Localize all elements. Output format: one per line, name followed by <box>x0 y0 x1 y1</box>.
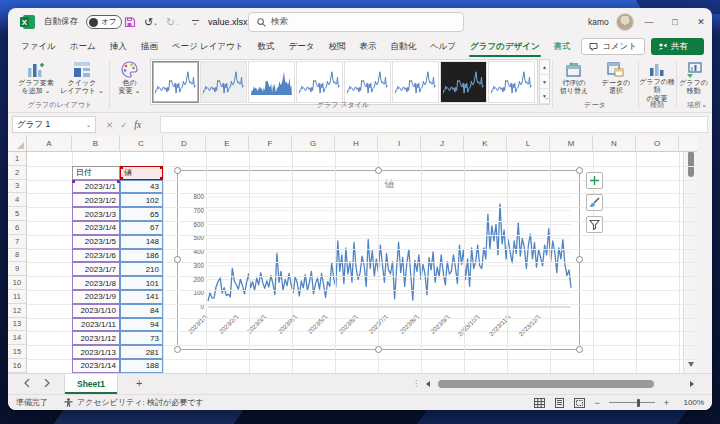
sheet-tab-active[interactable]: Sheet1 <box>64 374 118 394</box>
chart-filters-button[interactable] <box>586 216 603 233</box>
chart-style-thumbnail[interactable] <box>392 61 439 103</box>
chart-style-thumbnail[interactable] <box>440 61 487 103</box>
sheet-grid[interactable]: 値01002003004005006007008002023/1/12023/2… <box>8 135 697 373</box>
value-cell[interactable]: 43 <box>120 180 163 194</box>
column-header[interactable]: K <box>464 135 507 152</box>
formula-input[interactable] <box>160 116 708 133</box>
value-cell[interactable]: 210 <box>120 262 163 276</box>
confirm-entry-icon[interactable]: ✓ <box>120 120 127 130</box>
row-header[interactable]: 6 <box>8 221 27 235</box>
ribbon-tab[interactable]: ファイル <box>14 36 63 57</box>
row-header[interactable]: 1 <box>8 152 27 166</box>
horizontal-scrollbar[interactable]: ⋮ <box>424 378 694 390</box>
range-handle[interactable] <box>72 180 75 183</box>
row-header[interactable]: 12 <box>8 304 27 318</box>
zoom-percentage[interactable]: 100% <box>678 398 704 407</box>
ribbon-tab[interactable]: 表示 <box>352 36 383 57</box>
normal-view-button[interactable] <box>534 398 545 408</box>
account-name[interactable]: kamo <box>588 8 609 36</box>
row-header[interactable]: 10 <box>8 276 27 290</box>
range-handle[interactable] <box>120 166 123 169</box>
date-cell[interactable]: 2023/1/14 <box>72 359 120 373</box>
column-header[interactable]: L <box>507 135 550 152</box>
comments-button[interactable]: コメント <box>581 38 645 55</box>
chart-selection-handle[interactable] <box>375 346 382 353</box>
row-header[interactable]: 9 <box>8 262 27 276</box>
value-cell[interactable]: 186 <box>120 249 163 263</box>
page-layout-view-button[interactable] <box>554 398 565 408</box>
change-colors-button[interactable]: 色の 変更 ⌄ <box>111 59 148 103</box>
ribbon-tab[interactable]: 数式 <box>250 36 281 57</box>
date-cell[interactable]: 2023/1/7 <box>72 262 120 276</box>
ribbon-tab[interactable]: 自動化 <box>383 36 423 57</box>
ribbon-tab[interactable]: 挿入 <box>103 36 134 57</box>
row-header[interactable]: 4 <box>8 193 27 207</box>
column-header[interactable]: D <box>163 135 206 152</box>
gallery-scroll[interactable]: ▲▼▼̲ <box>539 59 550 105</box>
table-header-date[interactable]: 日付 <box>72 166 120 180</box>
chart-style-thumbnail[interactable] <box>248 61 295 103</box>
value-cell[interactable]: 102 <box>120 193 163 207</box>
chart-selection-handle[interactable] <box>576 346 583 353</box>
date-cell[interactable]: 2023/1/11 <box>72 318 120 332</box>
row-header[interactable]: 3 <box>8 180 27 194</box>
row-header[interactable]: 8 <box>8 249 27 263</box>
zoom-in-button[interactable]: + <box>664 398 669 408</box>
row-header[interactable]: 2 <box>8 166 27 180</box>
undo-button[interactable]: ↺⌄ <box>142 13 160 31</box>
chart-selection-handle[interactable] <box>576 256 583 263</box>
column-header[interactable]: A <box>27 135 72 152</box>
splitter-dots[interactable]: ⋮ <box>412 379 420 388</box>
value-cell[interactable]: 188 <box>120 359 163 373</box>
next-sheet-button[interactable] <box>44 379 50 389</box>
chart-selection-handle[interactable] <box>174 256 181 263</box>
save-button[interactable] <box>121 13 139 31</box>
change-chart-type-button[interactable]: グラフの種類 の変更 <box>639 59 675 103</box>
column-header[interactable]: J <box>421 135 464 152</box>
name-box[interactable]: グラフ 1⌄ <box>12 116 96 133</box>
chart-style-thumbnail[interactable] <box>344 61 391 103</box>
chart-selection-handle[interactable] <box>174 346 181 353</box>
zoom-out-button[interactable]: − <box>594 398 599 408</box>
column-header[interactable]: B <box>72 135 120 152</box>
chart-style-thumbnail[interactable] <box>200 61 247 103</box>
ribbon-tab[interactable]: グラフのデザイン <box>463 36 547 57</box>
add-sheet-button[interactable]: + <box>136 377 142 389</box>
date-cell[interactable]: 2023/1/3 <box>72 207 120 221</box>
date-cell[interactable]: 2023/1/4 <box>72 221 120 235</box>
ribbon-tab[interactable]: データ <box>281 36 321 57</box>
chart-style-thumbnail[interactable] <box>296 61 343 103</box>
date-cell[interactable]: 2023/1/1 <box>72 180 120 194</box>
zoom-slider[interactable] <box>609 402 655 403</box>
minimize-button[interactable]: — <box>636 8 662 36</box>
close-button[interactable]: ✕ <box>688 8 712 36</box>
chart-styles-button[interactable] <box>586 194 603 211</box>
row-header[interactable]: 15 <box>8 345 27 359</box>
redo-button[interactable]: ↻⌄ <box>164 13 182 31</box>
row-header[interactable]: 14 <box>8 331 27 345</box>
ribbon-tab[interactable]: 描画 <box>134 36 165 57</box>
value-cell[interactable]: 148 <box>120 235 163 249</box>
value-cell[interactable]: 141 <box>120 290 163 304</box>
share-button[interactable]: 共有 ⌄ <box>651 38 704 55</box>
autosave-toggle[interactable]: オフ <box>86 15 122 29</box>
row-header[interactable]: 16 <box>8 359 27 373</box>
column-header[interactable]: F <box>249 135 292 152</box>
search-input[interactable]: 検索 <box>248 12 464 32</box>
column-header[interactable]: N <box>593 135 636 152</box>
row-header[interactable]: 13 <box>8 318 27 332</box>
row-header[interactable]: 11 <box>8 290 27 304</box>
chart-style-thumbnail[interactable] <box>152 61 199 103</box>
ribbon-tab[interactable]: ホーム <box>63 36 103 57</box>
row-header[interactable]: 5 <box>8 207 27 221</box>
ribbon-tab[interactable]: ページ レイアウト <box>165 36 251 57</box>
chart-style-thumbnail[interactable] <box>488 61 535 103</box>
chart-elements-button[interactable] <box>586 172 603 189</box>
range-handle[interactable] <box>117 180 120 183</box>
table-header-value[interactable]: 値 <box>120 166 163 180</box>
chart-selection-handle[interactable] <box>174 167 181 174</box>
insert-function-icon[interactable]: fx <box>134 120 141 130</box>
value-cell[interactable]: 101 <box>120 276 163 290</box>
ribbon-tab[interactable]: ヘルプ <box>423 36 463 57</box>
collapse-ribbon-icon[interactable]: ⌄ <box>701 101 707 109</box>
